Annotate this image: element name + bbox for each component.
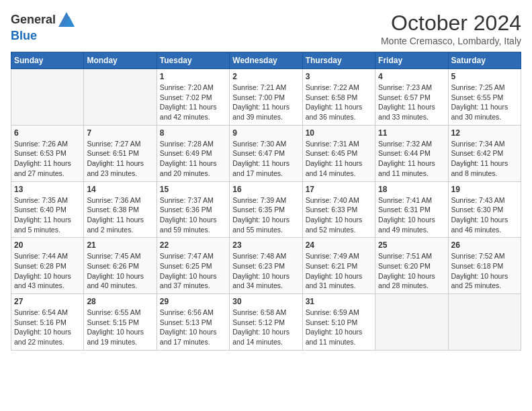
title-block: October 2024 Monte Cremasco, Lombardy, I… (381, 11, 521, 46)
calendar-cell: 26Sunrise: 7:52 AM Sunset: 6:18 PM Dayli… (448, 238, 521, 294)
day-info: Sunrise: 7:36 AM Sunset: 6:38 PM Dayligh… (87, 195, 153, 235)
calendar-cell: 17Sunrise: 7:40 AM Sunset: 6:33 PM Dayli… (302, 181, 375, 238)
calendar-cell: 4Sunrise: 7:23 AM Sunset: 6:57 PM Daylig… (375, 69, 448, 126)
calendar-cell: 10Sunrise: 7:31 AM Sunset: 6:45 PM Dayli… (302, 125, 375, 181)
day-info: Sunrise: 7:28 AM Sunset: 6:49 PM Dayligh… (160, 139, 226, 179)
day-number: 12 (451, 128, 518, 138)
day-number: 10 (306, 128, 372, 138)
calendar-week-row: 1Sunrise: 7:20 AM Sunset: 7:02 PM Daylig… (11, 69, 521, 126)
calendar-cell: 30Sunrise: 6:58 AM Sunset: 5:12 PM Dayli… (230, 294, 302, 351)
calendar-cell: 21Sunrise: 7:45 AM Sunset: 6:26 PM Dayli… (84, 238, 157, 294)
weekday-header-sunday: Sunday (11, 52, 84, 69)
day-info: Sunrise: 7:21 AM Sunset: 7:00 PM Dayligh… (232, 83, 299, 122)
day-info: Sunrise: 6:56 AM Sunset: 5:13 PM Dayligh… (160, 308, 226, 347)
logo: General Blue (11, 11, 76, 43)
calendar-week-row: 20Sunrise: 7:44 AM Sunset: 6:28 PM Dayli… (11, 238, 521, 294)
day-number: 21 (87, 240, 153, 250)
day-number: 1 (160, 72, 226, 81)
day-info: Sunrise: 7:25 AM Sunset: 6:55 PM Dayligh… (451, 83, 518, 122)
day-number: 25 (378, 240, 445, 250)
calendar-cell: 7Sunrise: 7:27 AM Sunset: 6:51 PM Daylig… (84, 125, 157, 181)
day-number: 18 (378, 185, 445, 194)
calendar-cell: 25Sunrise: 7:51 AM Sunset: 6:20 PM Dayli… (375, 238, 448, 294)
weekday-header-row: SundayMondayTuesdayWednesdayThursdayFrid… (11, 52, 521, 69)
calendar-cell: 19Sunrise: 7:43 AM Sunset: 6:30 PM Dayli… (448, 181, 521, 238)
calendar-cell: 28Sunrise: 6:55 AM Sunset: 5:15 PM Dayli… (84, 294, 157, 351)
day-info: Sunrise: 7:41 AM Sunset: 6:31 PM Dayligh… (378, 195, 445, 235)
day-info: Sunrise: 7:45 AM Sunset: 6:26 PM Dayligh… (87, 251, 153, 291)
day-number: 19 (451, 185, 518, 194)
weekday-header-tuesday: Tuesday (157, 52, 229, 69)
day-info: Sunrise: 7:22 AM Sunset: 6:58 PM Dayligh… (306, 83, 372, 122)
day-number: 13 (14, 185, 81, 194)
calendar-cell: 5Sunrise: 7:25 AM Sunset: 6:55 PM Daylig… (448, 69, 521, 126)
calendar-cell: 1Sunrise: 7:20 AM Sunset: 7:02 PM Daylig… (157, 69, 229, 126)
calendar-cell: 13Sunrise: 7:35 AM Sunset: 6:40 PM Dayli… (11, 181, 84, 238)
day-number: 22 (160, 240, 226, 250)
calendar-cell (11, 69, 84, 126)
day-info: Sunrise: 6:54 AM Sunset: 5:16 PM Dayligh… (14, 308, 81, 347)
calendar-week-row: 6Sunrise: 7:26 AM Sunset: 6:53 PM Daylig… (11, 125, 521, 181)
location-title: Monte Cremasco, Lombardy, Italy (381, 36, 521, 46)
day-info: Sunrise: 7:23 AM Sunset: 6:57 PM Dayligh… (378, 83, 445, 122)
month-title: October 2024 (381, 11, 521, 36)
logo-general-text: General (11, 13, 56, 27)
calendar-week-row: 27Sunrise: 6:54 AM Sunset: 5:16 PM Dayli… (11, 294, 521, 351)
day-info: Sunrise: 7:39 AM Sunset: 6:35 PM Dayligh… (232, 195, 299, 235)
page-header: General Blue October 2024 Monte Cremasco… (11, 11, 521, 46)
logo-icon (57, 11, 76, 30)
weekday-header-thursday: Thursday (302, 52, 375, 69)
calendar-cell: 6Sunrise: 7:26 AM Sunset: 6:53 PM Daylig… (11, 125, 84, 181)
day-info: Sunrise: 6:58 AM Sunset: 5:12 PM Dayligh… (232, 308, 299, 347)
day-number: 15 (160, 185, 226, 194)
day-info: Sunrise: 7:44 AM Sunset: 6:28 PM Dayligh… (14, 251, 81, 291)
day-info: Sunrise: 7:20 AM Sunset: 7:02 PM Dayligh… (160, 83, 226, 122)
day-info: Sunrise: 7:32 AM Sunset: 6:44 PM Dayligh… (378, 139, 445, 179)
calendar-cell: 31Sunrise: 6:59 AM Sunset: 5:10 PM Dayli… (302, 294, 375, 351)
day-info: Sunrise: 7:37 AM Sunset: 6:36 PM Dayligh… (160, 195, 226, 235)
day-number: 27 (14, 297, 81, 306)
weekday-header-monday: Monday (84, 52, 157, 69)
weekday-header-wednesday: Wednesday (230, 52, 302, 69)
calendar-cell: 9Sunrise: 7:30 AM Sunset: 6:47 PM Daylig… (230, 125, 302, 181)
day-number: 26 (451, 240, 518, 250)
day-info: Sunrise: 7:43 AM Sunset: 6:30 PM Dayligh… (451, 195, 518, 235)
calendar-cell: 20Sunrise: 7:44 AM Sunset: 6:28 PM Dayli… (11, 238, 84, 294)
day-number: 8 (160, 128, 226, 138)
calendar-cell: 3Sunrise: 7:22 AM Sunset: 6:58 PM Daylig… (302, 69, 375, 126)
calendar-cell: 23Sunrise: 7:48 AM Sunset: 6:23 PM Dayli… (230, 238, 302, 294)
day-number: 31 (306, 297, 372, 306)
day-number: 11 (378, 128, 445, 138)
day-number: 6 (14, 128, 81, 138)
day-number: 29 (160, 297, 226, 306)
calendar-header: SundayMondayTuesdayWednesdayThursdayFrid… (11, 52, 521, 69)
day-info: Sunrise: 6:59 AM Sunset: 5:10 PM Dayligh… (306, 308, 372, 347)
calendar-cell: 2Sunrise: 7:21 AM Sunset: 7:00 PM Daylig… (230, 69, 302, 126)
calendar-table: SundayMondayTuesdayWednesdayThursdayFrid… (11, 52, 521, 351)
weekday-header-saturday: Saturday (448, 52, 521, 69)
day-number: 3 (306, 72, 372, 81)
calendar-cell (84, 69, 157, 126)
calendar-cell (448, 294, 521, 351)
calendar-cell: 8Sunrise: 7:28 AM Sunset: 6:49 PM Daylig… (157, 125, 229, 181)
day-number: 23 (232, 240, 299, 250)
calendar-body: 1Sunrise: 7:20 AM Sunset: 7:02 PM Daylig… (11, 69, 521, 351)
day-number: 14 (87, 185, 153, 194)
day-number: 24 (306, 240, 372, 250)
day-info: Sunrise: 6:55 AM Sunset: 5:15 PM Dayligh… (87, 308, 153, 347)
day-info: Sunrise: 7:30 AM Sunset: 6:47 PM Dayligh… (232, 139, 299, 179)
day-info: Sunrise: 7:48 AM Sunset: 6:23 PM Dayligh… (232, 251, 299, 291)
day-number: 17 (306, 185, 372, 194)
calendar-cell: 14Sunrise: 7:36 AM Sunset: 6:38 PM Dayli… (84, 181, 157, 238)
calendar-cell: 12Sunrise: 7:34 AM Sunset: 6:42 PM Dayli… (448, 125, 521, 181)
calendar-cell: 22Sunrise: 7:47 AM Sunset: 6:25 PM Dayli… (157, 238, 229, 294)
day-info: Sunrise: 7:35 AM Sunset: 6:40 PM Dayligh… (14, 195, 81, 235)
day-number: 9 (232, 128, 299, 138)
day-info: Sunrise: 7:52 AM Sunset: 6:18 PM Dayligh… (451, 251, 518, 291)
day-number: 2 (232, 72, 299, 81)
day-info: Sunrise: 7:27 AM Sunset: 6:51 PM Dayligh… (87, 139, 153, 179)
calendar-cell: 29Sunrise: 6:56 AM Sunset: 5:13 PM Dayli… (157, 294, 229, 351)
day-info: Sunrise: 7:40 AM Sunset: 6:33 PM Dayligh… (306, 195, 372, 235)
day-number: 4 (378, 72, 445, 81)
logo-blue-text: Blue (11, 29, 37, 42)
